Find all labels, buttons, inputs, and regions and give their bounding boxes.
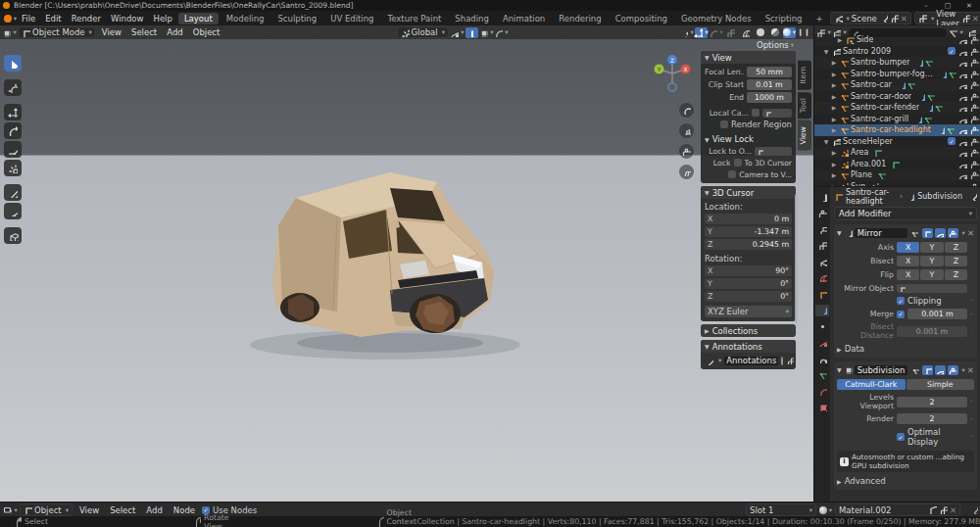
outliner-collection-row[interactable]: ▼SceneHelper✓: [814, 136, 980, 148]
unlink-material-icon[interactable]: ✕: [950, 505, 956, 515]
delete-modifier-icon[interactable]: ✕: [967, 365, 974, 375]
pivot-point-dropdown[interactable]: ▾: [451, 27, 464, 38]
browse-material-icon[interactable]: ▾: [819, 504, 832, 515]
zoom-icon[interactable]: [679, 103, 694, 118]
clip-start-field[interactable]: 0.01 m: [747, 79, 792, 90]
tab-object[interactable]: [815, 288, 829, 300]
mirror-object-field[interactable]: [897, 284, 967, 293]
show-overlays-toggle[interactable]: ▾: [710, 27, 722, 38]
outliner-collection-row[interactable]: ▼Santro 2009✓: [814, 46, 980, 58]
workspace-tab-modeling[interactable]: Modeling: [220, 13, 270, 24]
unlink-scene-icon[interactable]: ✕: [901, 14, 907, 24]
viewport-menu-add[interactable]: Add: [163, 27, 186, 37]
workspace-tab-layout[interactable]: Layout: [178, 13, 219, 24]
flip-z-toggle[interactable]: Z: [945, 269, 967, 280]
optimal-display-checkbox[interactable]: ✓: [897, 433, 905, 441]
cursor-rot-z[interactable]: Z0°: [705, 291, 792, 302]
view-layer-selector[interactable]: ▾ View Layer ✕: [914, 12, 980, 24]
n-tab-tool[interactable]: Tool: [798, 92, 811, 119]
data-subpanel-header[interactable]: ▶Data: [837, 344, 974, 354]
levels-viewport-field[interactable]: 2: [897, 397, 967, 407]
annotation-layer-field[interactable]: Annotations: [724, 357, 778, 365]
pin-id-icon[interactable]: [968, 192, 977, 201]
workspace-tab-uv-editing[interactable]: UV Editing: [324, 13, 379, 24]
tab-output[interactable]: [815, 223, 829, 235]
camera-to-view-checkbox[interactable]: [728, 170, 736, 178]
select-box-tool[interactable]: [4, 55, 22, 72]
cursor-loc-x[interactable]: X0 m: [705, 214, 792, 224]
transform-tool[interactable]: [4, 160, 22, 176]
outliner-row[interactable]: ▶Santro-car-fender: [814, 102, 980, 114]
render-region-checkbox[interactable]: [720, 120, 728, 128]
tab-object-data[interactable]: [815, 369, 829, 381]
bisect-z-toggle[interactable]: Z: [945, 256, 967, 266]
focal-length-field[interactable]: 50 mm: [747, 67, 792, 77]
tab-tool[interactable]: [815, 191, 829, 203]
axis-y-toggle[interactable]: Y: [920, 242, 943, 253]
shader-menu-add[interactable]: Add: [142, 505, 166, 515]
close-button[interactable]: ✕: [958, 2, 980, 10]
n-panel-scrollbar[interactable]: [795, 194, 798, 323]
move-tool[interactable]: [4, 104, 22, 120]
viewport-menu-select[interactable]: Select: [127, 27, 161, 37]
shader-menu-view[interactable]: View: [75, 505, 103, 515]
collections-panel-header[interactable]: ▶Collections: [701, 324, 796, 337]
viewport-display-toggle[interactable]: [935, 228, 946, 238]
cursor-rot-y[interactable]: Y0°: [705, 278, 792, 289]
shader-type-dropdown[interactable]: Object▾: [20, 503, 73, 516]
workspace-tab-animation[interactable]: Animation: [497, 13, 551, 24]
menu-file[interactable]: File: [17, 14, 40, 24]
workspace-tab-compositing[interactable]: Compositing: [610, 13, 673, 24]
pin-material-icon[interactable]: [969, 505, 978, 514]
modifier-extras-dropdown[interactable]: ▾: [962, 229, 965, 237]
tab-view-layer[interactable]: [815, 240, 829, 252]
editor-type-icon[interactable]: ▾: [4, 504, 17, 515]
annotate-pen-icon[interactable]: [705, 357, 713, 365]
menu-edit[interactable]: Edit: [40, 14, 66, 24]
clipping-checkbox[interactable]: ✓: [897, 297, 905, 305]
outliner-row[interactable]: ▶Santro-car: [814, 79, 980, 91]
render-display-toggle[interactable]: [948, 228, 958, 238]
menu-help[interactable]: Help: [148, 14, 176, 24]
bisect-x-toggle[interactable]: X: [897, 256, 919, 266]
tab-material[interactable]: [815, 385, 829, 397]
edit-mode-display-toggle[interactable]: [909, 228, 920, 238]
simple-toggle[interactable]: Simple: [906, 379, 975, 390]
tab-world[interactable]: [815, 272, 829, 284]
snap-dropdown[interactable]: ▾: [480, 27, 493, 38]
collection-checkbox[interactable]: ✓: [948, 47, 956, 55]
duplicate-annotation-icon[interactable]: [786, 357, 794, 364]
flip-x-toggle[interactable]: X: [897, 269, 919, 280]
transform-orientation-dropdown[interactable]: Global▾: [397, 26, 449, 38]
mirror-name-field[interactable]: Mirror: [855, 228, 907, 238]
perspective-toggle-icon[interactable]: [679, 165, 694, 179]
view-lock-disclosure[interactable]: ▼: [705, 136, 710, 143]
realtime-display-toggle[interactable]: [922, 365, 933, 375]
navigation-gizmo[interactable]: Z Y X: [653, 53, 692, 94]
shading-material-button[interactable]: [768, 27, 781, 38]
viewport-menu-view[interactable]: View: [98, 27, 125, 37]
mode-dropdown[interactable]: Object Mode▾: [18, 26, 96, 38]
flip-y-toggle[interactable]: Y: [920, 269, 943, 280]
render-levels-field[interactable]: 2: [897, 413, 967, 424]
proportional-editing-toggle[interactable]: ▾: [495, 27, 508, 38]
object-types-visibility-dropdown[interactable]: ▾: [680, 27, 693, 38]
viewport-menu-object[interactable]: Object: [189, 27, 224, 37]
outliner-row[interactable]: ▶Area: [814, 147, 980, 159]
n-tab-view[interactable]: View: [798, 120, 811, 151]
menu-render[interactable]: Render: [67, 14, 106, 24]
tab-constraints[interactable]: [815, 353, 829, 364]
modifier-extras-dropdown[interactable]: ▾: [962, 366, 965, 374]
snap-toggle[interactable]: [466, 27, 478, 38]
mirror-panel-disclosure[interactable]: ▼: [837, 229, 842, 236]
workspace-tab-geometry-nodes[interactable]: Geometry Nodes: [675, 13, 758, 24]
annotations-panel-header[interactable]: ▼Annotations: [701, 340, 796, 353]
rotation-mode-dropdown[interactable]: XYZ Euler▾: [705, 306, 792, 317]
annotate-tool[interactable]: [4, 184, 22, 201]
local-camera-field[interactable]: [762, 109, 792, 118]
remove-view-layer-icon[interactable]: ✕: [972, 14, 979, 24]
scene-selector[interactable]: ▾ Scene ✕: [830, 12, 911, 24]
cursor-loc-z[interactable]: Z0.2945 m: [705, 239, 792, 250]
scale-tool[interactable]: [4, 141, 22, 158]
outliner-row[interactable]: ▶Area.001: [814, 159, 980, 170]
